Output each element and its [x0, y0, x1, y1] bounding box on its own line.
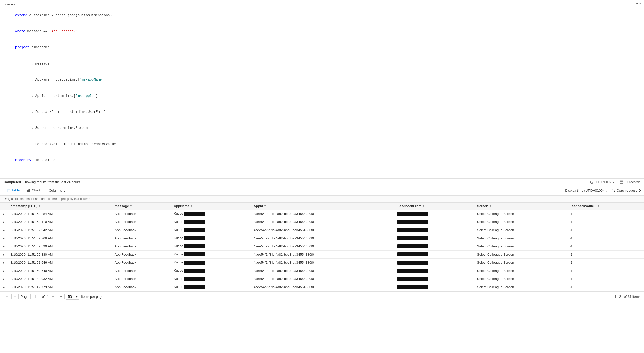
display-time[interactable]: Display time (UTC+00:00) ⌄ — [565, 189, 608, 192]
row-expand[interactable]: ► — [0, 283, 8, 291]
filter-screen-icon[interactable]: ▿ — [490, 204, 491, 208]
clock-icon — [590, 180, 594, 184]
filter-feedbackfrom-icon[interactable]: ▿ — [423, 204, 424, 208]
timer: 00:00:00.697 — [590, 180, 615, 184]
next-page-button[interactable]: → — [50, 294, 57, 299]
appname-redacted — [184, 252, 205, 256]
col-message[interactable]: message ▿ — [112, 203, 171, 210]
expand-icon[interactable]: ► — [3, 245, 5, 248]
row-expand[interactable]: ► — [0, 218, 8, 226]
col-appid[interactable]: AppId ▿ — [251, 203, 395, 210]
prev-page-button[interactable]: ← — [11, 294, 19, 299]
cell-feedbackvalue: -1 — [567, 259, 644, 267]
row-expand[interactable]: ► — [0, 234, 8, 242]
feedbackfrom-redacted — [397, 220, 428, 224]
expand-icon[interactable]: ► — [3, 237, 5, 240]
filter-appname-icon[interactable]: ▿ — [191, 204, 192, 208]
expand-icon[interactable]: ► — [3, 221, 5, 223]
cell-feedbackvalue: -1 — [567, 242, 644, 251]
row-expand[interactable]: ► — [0, 259, 8, 267]
timer-value: 00:00:00.697 — [595, 180, 615, 184]
filter-timestamp-icon[interactable]: ▿ — [39, 204, 40, 208]
cell-message: App Feedback — [112, 275, 171, 283]
columns-label: Columns — [49, 189, 62, 192]
row-expand[interactable]: ► — [0, 226, 8, 234]
cell-timestamp: 3/10/2020, 11:51:50.640 AM — [8, 267, 112, 275]
copy-request-label: Copy request ID — [617, 189, 641, 192]
col-feedbackfrom[interactable]: FeedbackFrom ▿ — [395, 203, 474, 210]
first-page-button[interactable]: ⇤ — [4, 294, 10, 299]
expand-icon[interactable]: ► — [3, 278, 5, 280]
cell-appname: Kudos — [171, 250, 251, 259]
feedbackfrom-redacted — [397, 236, 428, 240]
table-header-row: timestamp [UTC] ▿ message ▿ AppName ▿ — [0, 203, 644, 210]
appname-redacted — [184, 244, 205, 248]
query-line-10: | order by timestamp desc — [3, 152, 641, 168]
expand-icon[interactable]: ► — [3, 229, 5, 232]
last-page-button[interactable]: ⇥ — [58, 294, 65, 299]
feedbackfrom-redacted — [397, 261, 428, 265]
feedbackfrom-redacted — [397, 252, 428, 256]
row-expand[interactable]: ► — [0, 250, 8, 259]
tab-table[interactable]: Table — [3, 187, 23, 194]
cell-appname: Kudos — [171, 275, 251, 283]
sort-feedbackvalue-icon[interactable]: ↓ — [595, 205, 597, 208]
expand-icon[interactable]: ► — [3, 213, 5, 215]
cell-screen: Select Colleague Screen — [474, 259, 567, 267]
filter-message-icon[interactable]: ▿ — [130, 204, 132, 208]
col-timestamp[interactable]: timestamp [UTC] ▿ — [8, 203, 112, 210]
cell-timestamp: 3/10/2020, 11:51:53.284 AM — [8, 210, 112, 218]
tab-chart[interactable]: Chart — [23, 187, 44, 194]
cell-screen: Select Colleague Screen — [474, 210, 567, 218]
appname-redacted — [184, 285, 205, 289]
expand-icon[interactable]: ► — [3, 253, 5, 256]
cell-screen: Select Colleague Screen — [474, 283, 567, 291]
copy-request-id[interactable]: Copy request ID — [612, 189, 641, 192]
toolbar: Table Chart Columns ⌄ Display time (UTC+… — [0, 186, 644, 196]
expand-icon[interactable]: ► — [3, 261, 5, 264]
row-expand[interactable]: ► — [0, 275, 8, 283]
col-appname[interactable]: AppName ▿ — [171, 203, 251, 210]
col-screen[interactable]: Screen ▿ — [474, 203, 567, 210]
per-page-select[interactable]: 50 100 200 — [66, 294, 79, 300]
cell-feedbackvalue: -1 — [567, 275, 644, 283]
cell-message: App Feedback — [112, 250, 171, 259]
cell-screen: Select Colleague Screen — [474, 226, 567, 234]
cell-screen: Select Colleague Screen — [474, 234, 567, 242]
collapse-button[interactable]: ⌃⌃ — [635, 2, 642, 7]
expand-icon[interactable]: ► — [3, 286, 5, 289]
records-count: 31 records — [620, 180, 640, 184]
toolbar-right: Display time (UTC+00:00) ⌄ Copy request … — [565, 189, 641, 192]
tab-chart-label: Chart — [32, 188, 40, 192]
page-input[interactable] — [30, 294, 40, 299]
cell-message: App Feedback — [112, 259, 171, 267]
table-row: ►3/10/2020, 11:51:42.932 AMApp FeedbackK… — [0, 275, 644, 283]
cell-appid: 4aee54f2-f8fb-4a82-bbd3-aa34554380f0 — [251, 210, 395, 218]
results-bar: Completed. Showing results from the last… — [0, 179, 644, 186]
filter-feedbackvalue-icon[interactable]: ▿ — [598, 204, 599, 208]
row-expand[interactable]: ► — [0, 267, 8, 275]
cell-feedbackvalue: -1 — [567, 283, 644, 291]
feedbackfrom-redacted — [397, 285, 428, 289]
filter-appid-icon[interactable]: ▿ — [264, 204, 266, 208]
cell-message: App Feedback — [112, 226, 171, 234]
records-icon — [620, 180, 623, 184]
columns-button[interactable]: Columns ⌄ — [46, 187, 69, 194]
query-line-2: where message == "App Feedback" — [3, 23, 641, 39]
cell-feedbackvalue: -1 — [567, 210, 644, 218]
appname-redacted — [184, 269, 205, 273]
cell-screen: Select Colleague Screen — [474, 218, 567, 226]
query-line-3: project timestamp — [3, 40, 641, 56]
svg-rect-13 — [612, 190, 614, 192]
cell-message: App Feedback — [112, 210, 171, 218]
data-table-container[interactable]: timestamp [UTC] ▿ message ▿ AppName ▿ — [0, 203, 644, 291]
row-expand[interactable]: ► — [0, 210, 8, 218]
cell-timestamp: 3/10/2020, 11:51:52.766 AM — [8, 234, 112, 242]
cell-timestamp: 3/10/2020, 11:51:53.110 AM — [8, 218, 112, 226]
expand-icon[interactable]: ► — [3, 270, 5, 272]
table-body: ►3/10/2020, 11:51:53.284 AMApp FeedbackK… — [0, 210, 644, 291]
query-editor[interactable]: traces | extend customdims = parse_json(… — [0, 0, 644, 179]
row-expand[interactable]: ► — [0, 242, 8, 251]
cell-screen: Select Colleague Screen — [474, 267, 567, 275]
col-feedbackvalue[interactable]: FeedbackValue ↓ ▿ — [567, 203, 644, 210]
